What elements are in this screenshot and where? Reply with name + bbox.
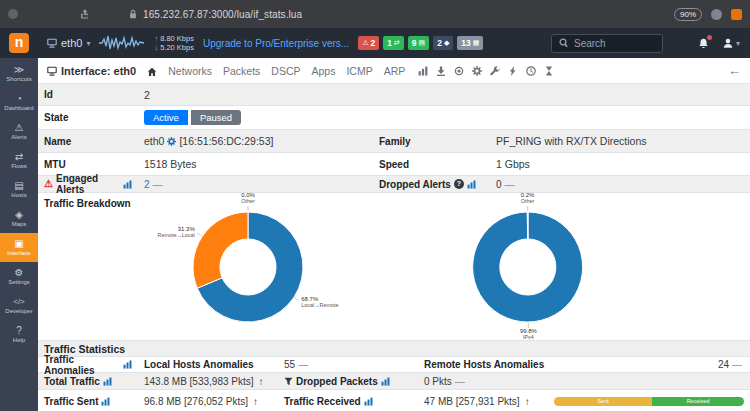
sidebar-item-developer[interactable]: </>Developer [0, 291, 38, 320]
search-box[interactable] [551, 34, 663, 53]
settings-gear-icon[interactable] [472, 66, 482, 76]
timeseries-chart-icon[interactable] [418, 66, 428, 76]
traffic-sent-value: 96.8 MB [276,052 Pkts] [144, 396, 248, 407]
badge-alert-icon: ⚠ [362, 39, 368, 47]
dropped-alerts-help-icon[interactable]: ? [454, 179, 464, 189]
tab-dscp[interactable]: DSCP [271, 65, 300, 77]
browser-extension-icon[interactable] [731, 9, 742, 20]
user-chevron-down-icon: ▾ [736, 39, 740, 48]
sidebar-item-hosts[interactable]: ▤Hosts [0, 175, 38, 204]
total-traffic-chart-icon[interactable] [103, 377, 112, 386]
hourglass-icon[interactable] [544, 66, 554, 76]
engaged-alerts-chart-icon[interactable] [123, 180, 132, 189]
user-menu[interactable]: ▾ [723, 38, 740, 48]
traffic-direction-donut-chart[interactable]: 68.7%Local→Remote31.3%Remote→Local0.0%Ot… [138, 193, 418, 341]
status-badges: ⚠2 1⇄ 9▤ 2◆ 13▦ [358, 36, 483, 50]
row-name: Name eth0 [16:51:56:DC:29:53] Family PF_… [38, 130, 750, 153]
traffic-received-value: 47 MB [257,931 Pkts] [424, 396, 520, 407]
interface-config-gear-icon[interactable] [167, 137, 176, 146]
sidebar-item-dashboard[interactable]: ◔Dashboard [0, 88, 38, 117]
interface-selector-icon [47, 38, 57, 48]
hosts-badge[interactable]: 9▤ [408, 36, 429, 50]
url-text[interactable]: 165.232.67.87:3000/lua/if_stats.lua [143, 9, 302, 20]
back-arrow-icon[interactable]: ← [728, 63, 741, 78]
home-glyph-icon [147, 67, 157, 77]
sidebar-item-settings[interactable]: ⚙Settings [0, 262, 38, 291]
traffic-sent-chart-icon[interactable] [101, 397, 110, 406]
row-total-traffic: Total Traffic 143.8 MB [533,983 Pkts] ↑ … [38, 373, 750, 390]
traffic-sparkline[interactable] [99, 34, 145, 52]
tab-packets[interactable]: Packets [223, 65, 260, 77]
sent-bar-segment: Sent [554, 397, 652, 406]
browser-chrome: 165.232.67.87:3000/lua/if_stats.lua 90% [0, 0, 750, 28]
dropped-packets-chart-icon[interactable] [381, 377, 390, 386]
ntopng-logo[interactable]: n [9, 33, 29, 53]
sidebar-item-interface[interactable]: ▣Interface [0, 233, 38, 262]
tab-icmp[interactable]: ICMP [346, 65, 372, 77]
upgrade-link[interactable]: Upgrade to Pro/Enterprise vers... [203, 38, 349, 49]
family-value: PF_RING with RX/TX Directions [490, 135, 750, 147]
state-active-button[interactable]: Active [144, 110, 188, 125]
shortcuts-icon: ≫ [14, 64, 24, 75]
browser-tab-icon[interactable] [8, 9, 18, 19]
sidebar-item-maps[interactable]: ◈Maps [0, 204, 38, 233]
tab-networks[interactable]: Networks [168, 65, 212, 77]
warning-icon: ⚠ [44, 179, 53, 189]
browser-profile-icon[interactable] [711, 9, 722, 20]
traffic-anomalies-chart-icon[interactable] [123, 360, 132, 369]
download-icon[interactable] [436, 66, 446, 76]
home-icon[interactable] [147, 64, 157, 76]
sidebar-item-help[interactable]: ?Help [0, 320, 38, 349]
interface-title-icon [47, 66, 57, 76]
flows-icon: ⇄ [15, 151, 23, 162]
search-input[interactable] [574, 38, 652, 49]
row-mtu: MTU 1518 Bytes Speed 1 Gbps [38, 153, 750, 176]
download-speed: 5.20 Kbps [160, 43, 194, 52]
traffic-received-trend-icon: ↑ [525, 396, 530, 407]
flows-badge[interactable]: 1⇄ [383, 36, 404, 50]
interface-details-table: Id 2 State ActivePaused Name eth0 [16:51… [38, 84, 750, 411]
dashboard-icon: ◔ [16, 93, 22, 104]
dropped-alerts-chart-icon[interactable] [467, 180, 476, 189]
traffic-received-chart-icon[interactable] [364, 397, 373, 406]
devices-badge[interactable]: 2◆ [433, 36, 453, 50]
local-hosts-anomalies-label: Local Hosts Anomalies [138, 359, 278, 370]
traffic-protocol-donut-chart[interactable]: 99.8%IPv40.2%Other [418, 193, 698, 341]
bolt-icon[interactable] [508, 66, 518, 76]
dropped-packets-value: 0 Pkts [424, 376, 452, 387]
page-title: Interface: eth0 [47, 65, 136, 77]
badge-devices-icon: ◆ [444, 39, 449, 47]
clock-icon[interactable] [526, 66, 536, 76]
traffic-breakdown-label: Traffic Breakdown [38, 193, 138, 209]
engaged-alerts-badge[interactable]: ⚠2 [358, 36, 379, 50]
sidebar: ≫Shortcuts ◔Dashboard ⚠Alerts ⇄Flows ▤Ho… [0, 58, 38, 411]
engaged-alerts-count[interactable]: 2 [144, 179, 150, 190]
lock-icon[interactable] [128, 9, 138, 19]
users-badge[interactable]: 13▦ [457, 36, 483, 50]
local-hosts-anomalies-value: 55 [284, 359, 295, 370]
svg-text:Other: Other [521, 198, 535, 204]
sidebar-item-shortcuts[interactable]: ≫Shortcuts [0, 59, 38, 88]
row-traffic-anomalies: Traffic Anomalies Local Hosts Anomalies … [38, 357, 750, 373]
tab-arp[interactable]: ARP [384, 65, 406, 77]
traffic-sent-trend-icon: ↑ [253, 396, 258, 407]
live-capture-icon[interactable] [454, 66, 464, 76]
state-paused-button[interactable]: Paused [191, 110, 241, 125]
alerts-icon: ⚠ [15, 122, 24, 133]
row-id: Id 2 [38, 84, 750, 106]
notification-dot [707, 35, 712, 40]
badge-users-icon: ▦ [473, 39, 480, 47]
share-icon[interactable] [80, 9, 90, 19]
upload-speed: 8.80 Kbps [160, 34, 194, 43]
sidebar-item-alerts[interactable]: ⚠Alerts [0, 117, 38, 146]
sidebar-item-flows[interactable]: ⇄Flows [0, 146, 38, 175]
svg-text:IPv4: IPv4 [523, 334, 534, 340]
interface-selector[interactable]: eth0 ▾ [47, 37, 90, 49]
traffic-received-label: Traffic Received [284, 396, 361, 407]
address-bar[interactable]: 165.232.67.87:3000/lua/if_stats.lua [128, 9, 302, 20]
tab-apps[interactable]: Apps [312, 65, 336, 77]
chevron-down-icon: ▾ [86, 39, 90, 48]
wrench-icon[interactable] [490, 66, 500, 76]
badge-hosts-icon: ▤ [419, 39, 426, 47]
notifications-button[interactable] [698, 37, 709, 50]
